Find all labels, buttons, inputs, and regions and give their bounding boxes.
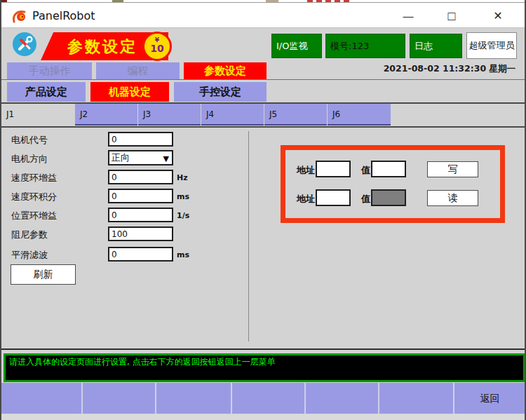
tab-machine-setting[interactable]: 机器设定 [90, 82, 169, 102]
tab-programming[interactable]: 编程 [96, 62, 180, 79]
tab-joint-j3[interactable]: J3 [138, 104, 201, 126]
close-button[interactable]: ✕ [486, 7, 510, 25]
unit-label-1s: 1/s [177, 211, 189, 220]
motor-direction-value: 正向 [112, 152, 130, 163]
write-address-label: 地址 [297, 164, 315, 177]
register-panel [281, 145, 505, 223]
window-bottom-edge [1, 414, 525, 420]
write-button[interactable]: 写 [427, 161, 478, 177]
field-label-smooth-filter: 平滑滤波 [11, 249, 48, 262]
write-value-input[interactable] [371, 161, 406, 177]
datetime-display: 2021-08-02 11:32:30 星期一 [384, 63, 515, 75]
motor-direction-select[interactable]: 正向 ▼ [108, 150, 173, 165]
read-button[interactable]: 读 [427, 190, 478, 206]
tools-icon [13, 32, 36, 56]
field-label-motor-code: 电机代号 [11, 134, 48, 147]
status-message: 请进入具体的设定页面进行设置, 点击右下方的返回按钮返回上一层菜单 [4, 353, 525, 382]
damping-input[interactable] [108, 226, 173, 241]
write-address-input[interactable] [316, 161, 351, 177]
tab-parameter-setting[interactable]: 参数设定 [184, 62, 267, 79]
tab-manual-control-setting[interactable]: 手控设定 [174, 82, 267, 102]
app-logo-icon [11, 8, 28, 25]
function-bar-divider [378, 383, 379, 414]
field-label-speed-integral: 速度环积分 [11, 191, 57, 203]
function-key-bar[interactable] [1, 383, 525, 414]
divider [1, 126, 525, 128]
coin-badge: ¥ 10 [142, 32, 172, 61]
admin-level-button[interactable]: 超级管理员 [466, 32, 517, 59]
read-value-display [371, 189, 406, 206]
maximize-button[interactable]: □ [440, 7, 464, 25]
window-title: PanelRobot [32, 9, 95, 22]
tab-joint-j1[interactable]: J1 [1, 104, 72, 126]
filter-input[interactable] [108, 247, 173, 262]
read-address-label: 地址 [297, 193, 315, 205]
tab-joint-j4[interactable]: J4 [201, 104, 264, 126]
unit-label-ms2: ms [177, 250, 189, 259]
read-address-input[interactable] [316, 189, 351, 206]
dropdown-arrow-icon: ▼ [163, 153, 169, 165]
speed-integral-input[interactable] [108, 189, 173, 203]
screen-title: 参数设定 [53, 36, 151, 57]
field-label-position-gain: 位置环增益 [11, 210, 57, 222]
function-bar-divider [453, 383, 454, 414]
app-window: PanelRobot — □ ✕ 参数设定 ¥ 10 I/O监视 模号:123 … [0, 0, 526, 420]
position-gain-input[interactable] [108, 208, 173, 222]
tab-joint-j6[interactable]: J6 [328, 104, 391, 126]
return-button[interactable]: 返回 [455, 383, 525, 414]
title-bar: PanelRobot — □ ✕ [1, 2, 525, 28]
write-value-label: 值 [361, 164, 370, 177]
function-bar-divider [155, 383, 156, 414]
unit-label-ms: ms [177, 192, 189, 201]
field-label-speed-gain: 速度环增益 [11, 172, 57, 184]
io-monitor-button[interactable]: I/O监视 [271, 34, 322, 58]
tab-product-setting[interactable]: 产品设定 [7, 82, 86, 102]
panel-divider [248, 131, 249, 341]
tab-manual-operation[interactable]: 手动操作 [7, 62, 92, 79]
divider [1, 79, 525, 80]
model-number-button[interactable]: 模号:123 [325, 34, 405, 58]
coin-value: 10 [144, 43, 170, 54]
function-bar-divider [81, 383, 83, 414]
minimize-button[interactable]: — [396, 7, 420, 25]
field-label-damping: 阻尼参数 [11, 229, 48, 241]
unit-label-hz: Hz [177, 173, 188, 182]
read-value-label: 值 [361, 193, 370, 205]
function-bar-divider [304, 383, 306, 414]
divider [1, 348, 525, 350]
refresh-button[interactable]: 刷新 [11, 264, 76, 285]
tab-joint-j5[interactable]: J5 [264, 104, 327, 126]
speed-gain-input[interactable] [108, 170, 173, 184]
log-button[interactable]: 日志 [410, 34, 462, 58]
function-bar-divider [231, 383, 232, 414]
tab-joint-j2[interactable]: J2 [75, 104, 137, 126]
motor-code-input[interactable] [108, 132, 173, 147]
field-label-motor-direction: 电机方向 [11, 153, 48, 165]
